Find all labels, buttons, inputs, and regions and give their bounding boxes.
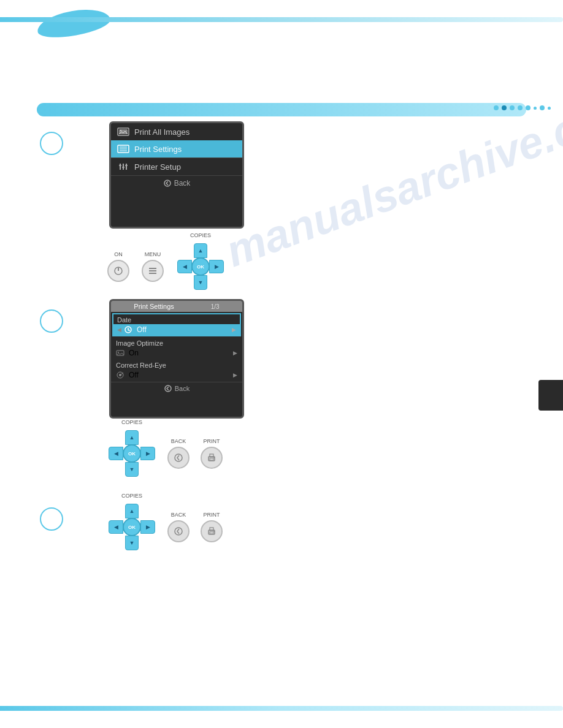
section-header-bar [37, 103, 526, 116]
dpad-down-1[interactable]: ▼ [194, 275, 207, 290]
date-value: Off [137, 325, 147, 334]
step1-dpad: COPIES ▲ ▼ ◀ ▶ OK [176, 242, 225, 291]
correct-red-eye-value-row[interactable]: Off ▶ [112, 370, 241, 381]
ok-button-3[interactable]: OK [123, 518, 141, 536]
svg-point-2 [120, 130, 121, 131]
back-button-3[interactable] [167, 520, 190, 542]
top-teardrop-decoration [35, 5, 112, 42]
dot-6 [534, 107, 537, 110]
dpad-down-2[interactable]: ▼ [125, 462, 139, 477]
step3-dpad: COPIES ▲ ▼ ◀ ▶ OK [107, 502, 156, 552]
bottom-decorative-bar [0, 706, 563, 711]
copies-label-1: COPIES [190, 232, 211, 238]
dpad-right-2[interactable]: ▶ [140, 447, 155, 460]
svg-point-13 [164, 180, 170, 186]
menu-lcd-screen: Print All Images Print Settings Prin [109, 121, 244, 229]
dot-8 [548, 107, 551, 110]
ok-button-1[interactable]: OK [191, 257, 210, 276]
print-btn-label-3: PRINT [204, 512, 220, 518]
svg-rect-1 [119, 129, 128, 134]
arrow-right-icon-2: ▶ [146, 450, 150, 457]
step-bubble-2 [40, 309, 63, 333]
step3-controller-area: COPIES ▲ ▼ ◀ ▶ OK BACK PRINT [107, 502, 223, 552]
print-button-2[interactable] [201, 447, 223, 469]
svg-rect-22 [117, 351, 124, 355]
print-button-3[interactable] [201, 520, 223, 542]
dpad-right-3[interactable]: ▶ [140, 520, 155, 534]
arrow-right-icon: ▶ [215, 264, 219, 270]
print-settings-back-label: Back [175, 385, 190, 392]
on-label: ON [114, 251, 123, 257]
menu-item-print-all-label: Print All Images [134, 127, 190, 137]
top-decorative-bar [0, 17, 563, 22]
on-button[interactable] [107, 260, 129, 282]
dot-5 [526, 105, 530, 110]
back-button-2[interactable] [167, 447, 190, 469]
arrow-left-icon-2: ◀ [114, 450, 118, 457]
correct-red-eye-label: Correct Red-Eye [112, 360, 241, 370]
tools-icon [117, 162, 129, 172]
dpad-up-2[interactable]: ▲ [125, 430, 139, 445]
date-value-row[interactable]: ◀ Off ▶ [113, 324, 240, 335]
dpad-right-1[interactable]: ▶ [209, 260, 224, 273]
dot-4 [518, 105, 523, 110]
correct-red-eye-value: Off [129, 371, 139, 379]
arrow-left-icon: ◀ [183, 264, 187, 270]
step-bubble-3 [40, 507, 63, 531]
svg-point-33 [175, 528, 182, 535]
dot-2 [502, 105, 507, 110]
copies-label-2: COPIES [121, 419, 142, 425]
arrow-left-icon-3: ◀ [114, 524, 118, 530]
page-indicator: 1/3 [211, 303, 220, 310]
dot-3 [510, 105, 515, 110]
menu-item-print-settings[interactable]: Print Settings [111, 140, 242, 157]
settings-icon [117, 144, 129, 154]
dpad-up-3[interactable]: ▲ [125, 504, 139, 518]
arrow-down-icon-2: ▼ [129, 466, 135, 472]
svg-point-23 [118, 352, 119, 353]
menu-item-print-settings-label: Print Settings [134, 145, 182, 154]
dpad-up-1[interactable]: ▲ [194, 243, 207, 258]
sidebar-tab [538, 380, 563, 411]
svg-point-27 [165, 385, 171, 392]
step1-controller-area: ON MENU COPIES ▲ ▼ ◀ ▶ [107, 242, 225, 291]
svg-point-28 [175, 454, 182, 461]
menu-item-printer-setup-label: Printer Setup [134, 162, 181, 172]
image-optimize-label: Image Optimize [112, 338, 241, 347]
menu-item-printer-setup[interactable]: Printer Setup [111, 157, 242, 175]
section-dots [494, 105, 551, 110]
step2-dpad: COPIES ▲ ▼ ◀ ▶ OK [107, 429, 156, 478]
image-optimize-value-row[interactable]: On ▶ [112, 347, 241, 358]
image-icon [117, 127, 129, 137]
dpad-left-2[interactable]: ◀ [109, 447, 123, 460]
step-bubble-1 [40, 132, 63, 155]
arrow-up-icon-2: ▲ [129, 434, 135, 441]
dpad-left-3[interactable]: ◀ [109, 520, 123, 534]
menu-item-print-all[interactable]: Print All Images [111, 123, 242, 140]
menu-btn-label: MENU [145, 251, 161, 257]
ok-label-1: OK [197, 264, 204, 270]
scroll-left-icon: ◀ [117, 327, 121, 333]
svg-rect-31 [210, 458, 213, 460]
svg-point-37 [213, 531, 215, 532]
back-btn-label-3: BACK [171, 512, 186, 518]
image-optimize-value: On [129, 349, 139, 357]
arrow-down-icon: ▼ [198, 279, 204, 286]
copies-label-3: COPIES [121, 493, 142, 499]
dpad-left-1[interactable]: ◀ [177, 260, 192, 273]
arrow-up-icon-3: ▲ [129, 508, 135, 514]
print-settings-back[interactable]: Back [111, 382, 242, 395]
menu-back-button[interactable]: Back [111, 175, 242, 191]
dot-1 [494, 105, 499, 110]
ok-label-3: OK [128, 525, 136, 530]
step2-controller-area: COPIES ▲ ▼ ◀ ▶ OK BACK PRINT [107, 429, 223, 478]
arrow-up-icon: ▲ [198, 248, 204, 254]
dpad-down-3[interactable]: ▼ [125, 536, 139, 550]
print-settings-lcd: Print Settings 1/3 Date ◀ Off ▶ Image Op… [109, 299, 244, 419]
menu-back-label: Back [174, 179, 191, 188]
arrow-right-icon-3: ▶ [146, 524, 150, 530]
arrow-down-icon-3: ▼ [129, 540, 135, 546]
ok-button-2[interactable]: OK [123, 444, 141, 463]
print-settings-title: Print Settings [134, 303, 174, 310]
menu-button[interactable] [142, 260, 164, 282]
